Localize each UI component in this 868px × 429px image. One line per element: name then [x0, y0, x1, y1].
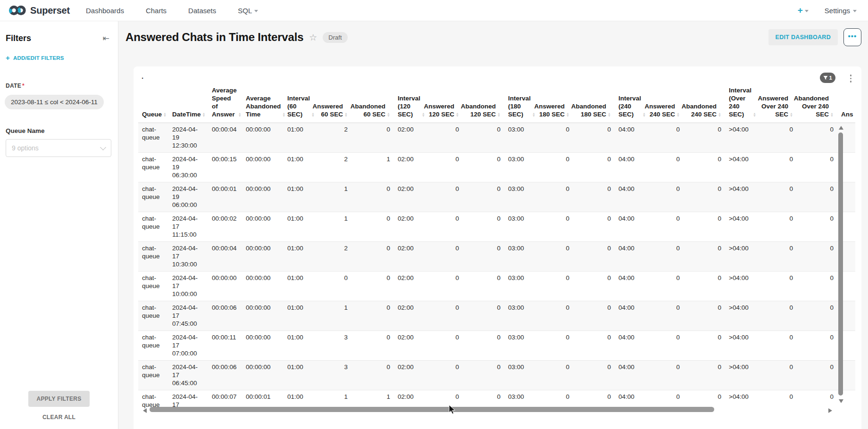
- date-filter-value[interactable]: 2023-08-11 ≤ col < 2024-06-11: [5, 95, 104, 109]
- column-header-abandoned-over-240-sec[interactable]: Abandoned Over 240 SEC▲▼: [797, 83, 837, 123]
- vertical-scrollbar-thumb[interactable]: [838, 132, 843, 396]
- collapse-sidebar-icon[interactable]: ⇤: [103, 34, 109, 42]
- cell-answered-over-240-sec: 0: [759, 361, 797, 390]
- column-header-answered-240-sec[interactable]: Answered 240 SEC▲▼: [645, 83, 684, 123]
- settings-menu[interactable]: Settings: [825, 7, 857, 15]
- table-row: chat-queue2024-04- 17 10:00:0000:00:0000…: [138, 272, 855, 301]
- edit-dashboard-button[interactable]: EDIT DASHBOARD: [768, 29, 838, 45]
- superset-logo[interactable]: Superset: [0, 5, 75, 16]
- dashboard-more-button[interactable]: •••: [843, 28, 861, 46]
- cell-interval-240-sec: 04:00: [615, 153, 645, 182]
- column-label: Abandoned Over 240 SEC: [794, 94, 829, 118]
- nav-item-sql[interactable]: SQL: [238, 7, 258, 15]
- column-header-interval-120-sec[interactable]: Interval (120 SEC)▲▼: [394, 83, 424, 123]
- add-edit-filters-button[interactable]: + ADD/EDIT FILTERS: [6, 54, 118, 62]
- column-header-answered-180-sec[interactable]: Answered 180 SEC▲▼: [534, 83, 573, 123]
- cell-interval-60-sec: 01:00: [284, 182, 315, 212]
- chevron-down-icon: [853, 10, 857, 12]
- column-header-average-abandoned-time[interactable]: Average Abandoned Time▲▼: [242, 83, 284, 123]
- cell-interval-over-240-sec: >04:00: [725, 390, 759, 409]
- nav-item-charts[interactable]: Charts: [146, 7, 167, 15]
- column-header-interval-240-sec[interactable]: Interval (240 SEC)▲▼: [615, 83, 645, 123]
- horizontal-scrollbar-thumb[interactable]: [150, 407, 714, 412]
- column-header-average-speed-of-answer[interactable]: Average Speed of Answer▲▼: [208, 83, 242, 123]
- cell-interval-over-240-sec: >04:00: [725, 272, 759, 301]
- column-header-abandoned-180-sec[interactable]: Abandoned 180 SEC▲▼: [573, 83, 615, 123]
- column-label: Interval (120 SEC): [398, 94, 420, 118]
- cell-answered-over-240-sec: 0: [759, 331, 797, 361]
- cell-interval-120-sec: 02:00: [394, 272, 424, 301]
- new-item-button[interactable]: +: [798, 5, 809, 16]
- column-header-interval-over-240-sec[interactable]: Interval (Over 240 SEC)▲▼: [725, 83, 759, 123]
- queue-name-filter-label: Queue Name: [6, 127, 118, 134]
- cell-average-abandoned-time: 00:00:01: [242, 390, 284, 409]
- cell-answered-120-sec: 0: [424, 272, 463, 301]
- cell-abandoned-over-240-sec: 0: [797, 301, 837, 331]
- cell-abandoned-180-sec: 0: [573, 242, 615, 272]
- column-header-answered-120-sec[interactable]: Answered 120 SEC▲▼: [424, 83, 463, 123]
- nav-item-datasets[interactable]: Datasets: [188, 7, 216, 15]
- table-row: chat-queue2024-04- 19 06:00:0000:00:0100…: [138, 182, 855, 212]
- chart-kebab-menu-icon[interactable]: [849, 74, 853, 83]
- nav-item-dashboards[interactable]: Dashboards: [86, 7, 124, 15]
- horizontal-scroll-right-arrow[interactable]: [828, 408, 832, 413]
- cell-interval-180-sec: 03:00: [504, 272, 534, 301]
- cell-answered-60-sec: 2: [315, 123, 351, 153]
- cell-average-speed-of-answer: 00:00:11: [208, 331, 242, 361]
- cell-average-abandoned-time: 00:00:00: [242, 182, 284, 212]
- applied-filters-badge[interactable]: 1: [820, 73, 835, 83]
- column-label: Interval (60 SEC): [287, 94, 310, 118]
- column-label: Answered 240 SEC: [645, 102, 676, 118]
- cell-interval-120-sec: 02:00: [394, 153, 424, 182]
- column-header-interval-60-sec[interactable]: Interval (60 SEC)▲▼: [284, 83, 315, 123]
- sort-icon: ▲▼: [830, 112, 834, 117]
- cell-average-speed-of-answer: 00:00:04: [208, 242, 242, 272]
- table-chart-card: . 1 Queue▲▼DateTime▲▼Average Speed of An…: [134, 66, 861, 429]
- cell-answered-over-240-sec: 0: [759, 123, 797, 153]
- column-header-abandoned-240-sec[interactable]: Abandoned 240 SEC▲▼: [684, 83, 725, 123]
- sort-icon: ▲▼: [753, 112, 756, 117]
- cell-interval-180-sec: 03:00: [504, 212, 534, 242]
- cell-answered-120-sec: 0: [424, 212, 463, 242]
- column-header-interval-180-sec[interactable]: Interval (180 SEC)▲▼: [504, 83, 534, 123]
- cell-answered-240-sec: 0: [645, 153, 684, 182]
- sort-icon: ▲▼: [344, 112, 348, 117]
- column-header-queue[interactable]: Queue▲▼: [138, 83, 168, 123]
- cell-datetime: 2024-04- 19 06:30:00: [168, 153, 208, 182]
- column-header-answered-over-240-sec[interactable]: Answered Over 240 SEC▲▼: [759, 83, 797, 123]
- column-header-ans[interactable]: Ans: [837, 83, 855, 123]
- favorite-star-icon[interactable]: ☆: [309, 32, 317, 43]
- cell-answered-120-sec: 0: [424, 361, 463, 390]
- apply-filters-button[interactable]: APPLY FILTERS: [28, 391, 89, 407]
- chart-title: .: [142, 72, 143, 80]
- cell-interval-180-sec: 03:00: [504, 153, 534, 182]
- clear-all-button[interactable]: CLEAR ALL: [0, 414, 118, 421]
- column-header-answered-60-sec[interactable]: Answered 60 SEC▲▼: [315, 83, 351, 123]
- vertical-scroll-down-arrow[interactable]: [839, 399, 843, 403]
- cell-answered-240-sec: 0: [645, 242, 684, 272]
- cell-answered-over-240-sec: 0: [759, 153, 797, 182]
- vertical-scroll-up-arrow[interactable]: [839, 126, 843, 130]
- cell-answered-180-sec: 0: [534, 212, 573, 242]
- cell-abandoned-over-240-sec: 0: [797, 272, 837, 301]
- cell-interval-60-sec: 01:00: [284, 123, 315, 153]
- cell-average-speed-of-answer: 00:00:06: [208, 301, 242, 331]
- queue-name-select[interactable]: 9 options: [6, 139, 111, 157]
- table-row: chat-queue2024-04- 19 06:30:0000:00:1500…: [138, 153, 855, 182]
- table-row: chat-queue2024-04- 17 06:45:0000:00:0600…: [138, 361, 855, 390]
- cell-answered-60-sec: 2: [315, 242, 351, 272]
- cell-interval-180-sec: 03:00: [504, 123, 534, 153]
- column-label: Answered 120 SEC: [424, 102, 455, 118]
- cell-queue: chat-queue: [138, 153, 168, 182]
- cell-datetime: 2024-04- 17 06:30:00: [168, 390, 208, 409]
- cell-abandoned-180-sec: 0: [573, 390, 615, 409]
- column-header-datetime[interactable]: DateTime▲▼: [168, 83, 208, 123]
- horizontal-scroll-left-arrow[interactable]: [143, 408, 147, 413]
- cell-interval-60-sec: 01:00: [284, 390, 315, 409]
- cell-interval-over-240-sec: >04:00: [725, 301, 759, 331]
- column-header-abandoned-120-sec[interactable]: Abandoned 120 SEC▲▼: [463, 83, 504, 123]
- top-navbar: Superset Dashboards Charts Datasets SQL …: [0, 0, 868, 21]
- cell-average-speed-of-answer: 00:00:02: [208, 212, 242, 242]
- cell-average-abandoned-time: 00:00:00: [242, 361, 284, 390]
- column-header-abandoned-60-sec[interactable]: Abandoned 60 SEC▲▼: [351, 83, 394, 123]
